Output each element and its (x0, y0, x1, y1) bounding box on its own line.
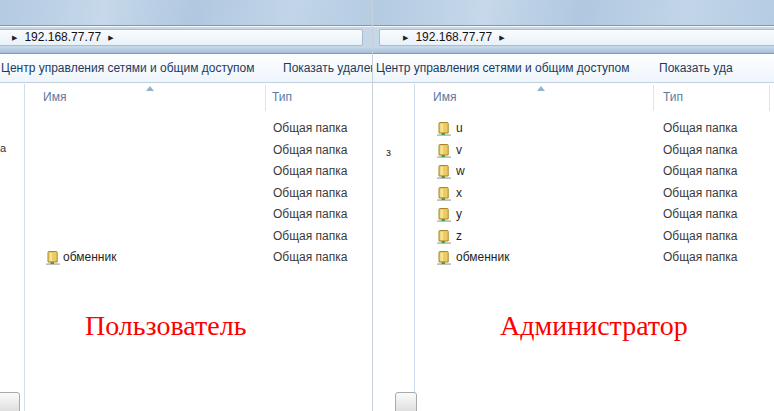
sort-ascending-icon (146, 86, 154, 91)
network-center-button[interactable]: Центр управления сетями и общим доступом (1, 55, 255, 82)
file-row[interactable]: u Общая папка (373, 118, 774, 140)
shared-folder-icon (45, 250, 61, 266)
shared-folder-icon (436, 121, 452, 137)
breadcrumb: ▶ 192.168.77.77 ▶ (403, 30, 512, 45)
shared-folder-icon (436, 186, 452, 202)
file-name: обменник (456, 247, 509, 269)
file-row[interactable]: обменник Общая папка (373, 247, 774, 269)
column-header-type[interactable]: Тип (272, 90, 292, 104)
breadcrumb-address[interactable]: 192.168.77.77 (415, 30, 492, 45)
file-list: u Общая папка v Общая папка w Общая папк… (373, 118, 774, 269)
file-row[interactable]: x Общая папка (373, 183, 774, 205)
horizontal-scrollbar-thumb[interactable] (395, 392, 417, 411)
file-row[interactable]: w Общая папка (373, 161, 774, 183)
file-type: Общая папка (273, 247, 347, 269)
file-type: Общая папка (273, 140, 347, 162)
file-row[interactable]: Общая папка (0, 204, 372, 226)
file-name: z (456, 226, 462, 248)
file-type: Общая папка (273, 161, 347, 183)
file-list: Общая папка Общая папка Общая папка Обща… (0, 118, 372, 269)
column-divider[interactable] (769, 85, 770, 111)
command-toolbar: Центр управления сетями и общим доступом… (373, 55, 774, 83)
file-name: y (456, 204, 462, 226)
column-header-name[interactable]: Имя (43, 90, 66, 104)
column-divider[interactable] (265, 85, 266, 111)
file-row[interactable]: y Общая папка (373, 204, 774, 226)
explorer-window-user: ▶ 192.168.77.77 ▶ Центр управления сетям… (0, 0, 372, 411)
file-row[interactable]: обменник Общая папка (0, 247, 372, 269)
annotation-admin-label: Администратор (500, 310, 688, 342)
shared-folder-icon (436, 229, 452, 245)
breadcrumb: ▶ 192.168.77.77 ▶ (12, 30, 121, 45)
horizontal-scrollbar-thumb[interactable] (0, 392, 20, 411)
annotation-user-label: Пользователь (85, 310, 246, 342)
file-row[interactable]: v Общая папка (373, 140, 774, 162)
file-type: Общая папка (663, 161, 737, 183)
file-type: Общая папка (273, 118, 347, 140)
file-list-area: з Имя Тип u Общая папка v Общая папка (373, 84, 774, 411)
file-type: Общая папка (663, 204, 737, 226)
breadcrumb-address[interactable]: 192.168.77.77 (24, 30, 101, 45)
file-row[interactable]: Общая папка (0, 183, 372, 205)
titlebar[interactable] (373, 0, 774, 25)
file-name: обменник (63, 247, 116, 269)
file-list-area: a Имя Тип Общая папка Общая папка Общая … (0, 84, 372, 411)
file-name: v (456, 140, 462, 162)
file-type: Общая папка (663, 247, 737, 269)
breadcrumb-arrow-icon[interactable]: ▶ (403, 30, 408, 45)
file-name: w (456, 161, 465, 183)
breadcrumb-arrow-icon[interactable]: ▶ (499, 30, 504, 45)
file-row[interactable]: Общая папка (0, 118, 372, 140)
file-row[interactable]: Общая папка (0, 140, 372, 162)
file-type: Общая папка (663, 140, 737, 162)
file-type: Общая папка (273, 183, 347, 205)
glass-divider (373, 48, 774, 54)
shared-folder-icon (436, 207, 452, 223)
shared-folder-icon (436, 143, 452, 159)
show-remote-button[interactable]: Показать уда (659, 55, 733, 82)
file-type: Общая папка (663, 183, 737, 205)
breadcrumb-arrow-icon[interactable]: ▶ (12, 30, 17, 45)
file-type: Общая папка (663, 226, 737, 248)
file-row[interactable]: Общая папка (0, 161, 372, 183)
file-row[interactable]: Общая папка (0, 226, 372, 248)
show-remote-button[interactable]: Показать удаленны (283, 55, 372, 82)
file-type: Общая папка (273, 204, 347, 226)
network-center-button[interactable]: Центр управления сетями и общим доступом (376, 55, 630, 82)
glass-divider (0, 48, 372, 54)
file-name: u (456, 118, 463, 140)
file-type: Общая папка (663, 118, 737, 140)
shared-folder-icon (436, 250, 452, 266)
file-name: x (456, 183, 462, 205)
file-row[interactable]: z Общая папка (373, 226, 774, 248)
breadcrumb-arrow-icon[interactable]: ▶ (108, 30, 113, 45)
file-type: Общая папка (273, 226, 347, 248)
sort-ascending-icon (537, 86, 545, 91)
desktop-screenshot: ▶ 192.168.77.77 ▶ Центр управления сетям… (0, 0, 774, 411)
column-header-type[interactable]: Тип (663, 90, 683, 104)
column-divider[interactable] (653, 85, 654, 111)
column-header-name[interactable]: Имя (433, 90, 456, 104)
command-toolbar: Центр управления сетями и общим доступом… (0, 55, 372, 83)
shared-folder-icon (436, 164, 452, 180)
titlebar[interactable] (0, 0, 372, 25)
explorer-window-admin: ▶ 192.168.77.77 ▶ Центр управления сетям… (372, 0, 774, 411)
